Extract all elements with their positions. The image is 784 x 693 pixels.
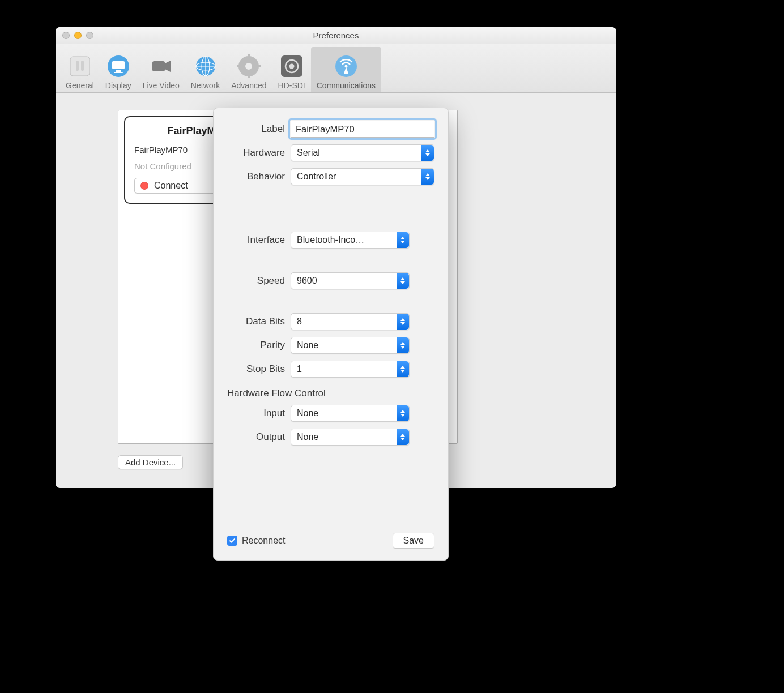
select-value: None	[291, 408, 397, 418]
select-value: Controller	[291, 172, 421, 182]
label-data-bits: Data Bits	[227, 316, 291, 327]
tab-label: Communications	[317, 81, 376, 90]
select-value: Bluetooth-Inco…	[291, 235, 397, 245]
close-window-button[interactable]	[62, 32, 70, 39]
chevron-updown-icon	[397, 314, 409, 330]
flow-input-select[interactable]: None	[291, 405, 410, 422]
tab-label: General	[66, 81, 94, 90]
tab-label: Advanced	[231, 81, 266, 90]
chevron-updown-icon	[397, 361, 409, 377]
stop-bits-select[interactable]: 1	[291, 361, 410, 378]
label-stop-bits: Stop Bits	[227, 363, 291, 375]
svg-rect-17	[248, 74, 250, 78]
antenna-icon	[334, 54, 359, 79]
select-value: 9600	[291, 276, 397, 286]
monitor-icon	[106, 54, 131, 79]
zoom-window-button[interactable]	[86, 32, 93, 39]
globe-icon	[193, 54, 218, 79]
data-bits-select[interactable]: 8	[291, 313, 410, 330]
reconnect-label: Reconnect	[242, 536, 286, 546]
camera-icon	[148, 54, 173, 79]
chevron-updown-icon	[397, 232, 409, 248]
parity-select[interactable]: None	[291, 337, 410, 354]
svg-point-22	[289, 64, 294, 69]
svg-rect-2	[81, 61, 84, 71]
label-speed: Speed	[227, 275, 291, 286]
device-settings-popover: Label Hardware Serial Behavior Controlle…	[213, 108, 449, 561]
flow-control-header: Hardware Flow Control	[227, 388, 434, 399]
tab-general[interactable]: General	[60, 47, 100, 92]
traffic-lights	[56, 32, 93, 39]
behavior-select[interactable]: Controller	[291, 168, 434, 185]
svg-marker-8	[165, 61, 171, 72]
svg-rect-1	[76, 61, 79, 71]
tab-label: HD-SDI	[278, 81, 305, 90]
hardware-select[interactable]: Serial	[291, 144, 434, 161]
select-value: Serial	[291, 148, 421, 158]
tab-label: Live Video	[143, 81, 180, 90]
label-input: Input	[227, 408, 291, 419]
status-dot-icon	[140, 182, 148, 190]
label-hardware: Hardware	[227, 147, 291, 159]
tab-communications[interactable]: Communications	[311, 47, 381, 92]
tab-live-video[interactable]: Live Video	[137, 47, 185, 92]
svg-rect-7	[152, 61, 165, 71]
tab-label: Display	[105, 81, 131, 90]
chevron-updown-icon	[397, 429, 409, 445]
chevron-updown-icon	[421, 169, 434, 185]
save-button[interactable]: Save	[393, 533, 434, 549]
flow-output-select[interactable]: None	[291, 429, 410, 446]
tab-hdsdi[interactable]: HD-SDI	[272, 47, 311, 92]
svg-rect-16	[248, 54, 250, 59]
slider-icon	[67, 54, 92, 79]
svg-point-15	[245, 63, 252, 70]
reconnect-checkbox[interactable]: Reconnect	[227, 536, 286, 546]
select-value: None	[291, 340, 397, 350]
label-label: Label	[227, 123, 291, 135]
speed-select[interactable]: 9600	[291, 272, 410, 289]
label-behavior: Behavior	[227, 171, 291, 182]
label-input[interactable]	[291, 121, 434, 138]
select-value: 8	[291, 316, 397, 327]
svg-rect-6	[114, 72, 123, 73]
chevron-updown-icon	[397, 273, 409, 289]
tab-network[interactable]: Network	[185, 47, 225, 92]
svg-rect-5	[116, 70, 121, 72]
gear-icon	[236, 54, 261, 79]
popover-footer: Reconnect Save	[227, 533, 434, 549]
minimize-window-button[interactable]	[74, 32, 82, 39]
select-value: 1	[291, 364, 397, 374]
svg-rect-4	[112, 61, 125, 69]
chevron-updown-icon	[397, 405, 409, 421]
tab-label: Network	[191, 81, 220, 90]
label-parity: Parity	[227, 340, 291, 351]
add-device-button[interactable]: Add Device...	[118, 455, 183, 469]
preferences-toolbar: General Display Live Video Network Advan…	[56, 44, 616, 93]
label-output: Output	[227, 431, 291, 443]
interface-select[interactable]: Bluetooth-Inco…	[291, 232, 410, 249]
label-interface: Interface	[227, 234, 291, 246]
checkmark-icon	[227, 536, 237, 546]
chevron-updown-icon	[397, 337, 409, 353]
titlebar: Preferences	[56, 27, 616, 44]
tab-display[interactable]: Display	[100, 47, 137, 92]
svg-rect-0	[70, 57, 90, 76]
port-icon	[279, 54, 304, 79]
window-title: Preferences	[56, 31, 616, 40]
svg-rect-19	[256, 65, 261, 67]
chevron-updown-icon	[421, 145, 434, 161]
tab-advanced[interactable]: Advanced	[225, 47, 272, 92]
connect-label: Connect	[154, 181, 188, 191]
select-value: None	[291, 432, 397, 442]
svg-rect-18	[237, 65, 241, 67]
